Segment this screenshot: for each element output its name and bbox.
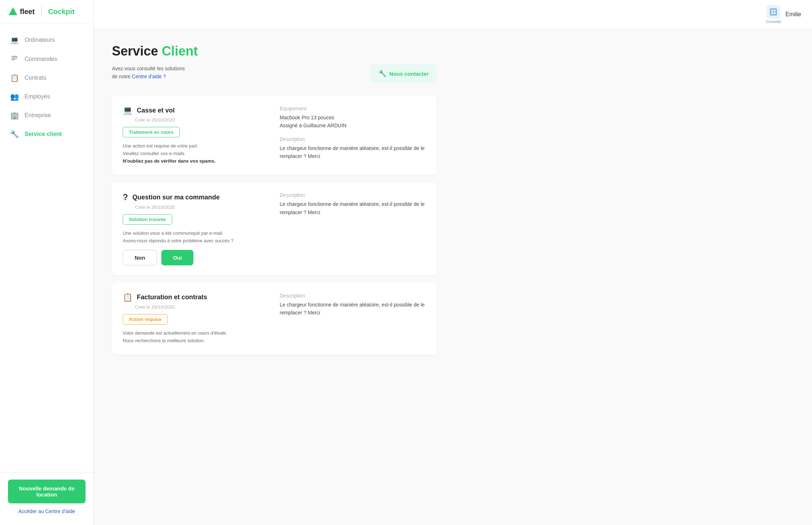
new-request-button[interactable]: Nouvelle demande de location — [8, 480, 86, 503]
card-date: Créé le 26/10/2020 — [123, 117, 269, 123]
convello-icon — [768, 7, 778, 17]
sidebar-item-service-client[interactable]: 🔧 Service client — [0, 125, 93, 144]
card-left-facturation: 📋 Facturation et contrats Créé le 26/10/… — [123, 293, 269, 345]
card-right-question: Description Le chargeur fonctionne de ma… — [280, 192, 426, 265]
laptop-icon: 💻 — [10, 36, 19, 44]
fleet-text: fleet — [20, 8, 35, 16]
facturation-icon: 📋 — [123, 293, 132, 302]
cockpit-text: Cockpit — [48, 8, 74, 16]
page-title-green: Client — [162, 44, 198, 58]
contact-button[interactable]: 🔧 Nous contacter — [371, 65, 437, 83]
description-label: Description — [280, 192, 426, 198]
sidebar-item-label: Contrats — [25, 75, 46, 81]
subtitle-line1: Avez-vous consulté les solutions — [112, 66, 185, 71]
message-line2: Veuillez consulter vos e-mails. — [123, 151, 185, 156]
equipment-name: Macbook Pro 13 pouces — [280, 115, 334, 120]
sidebar-item-employes[interactable]: 👥 Employés — [0, 87, 93, 106]
subtitle-area: Avez-vous consulté les solutions de notr… — [112, 65, 437, 83]
svg-rect-6 — [774, 10, 776, 12]
response-buttons: Non Oui — [123, 250, 269, 265]
sidebar-item-ordinateurs[interactable]: 💻 Ordinateurs — [0, 31, 93, 49]
user-name: Emilie — [785, 11, 801, 18]
sidebar-item-contrats[interactable]: 📋 Contrats — [0, 69, 93, 87]
status-badge-traitement: Traitement en cours — [123, 127, 180, 137]
avatar-label: Convello — [766, 19, 781, 24]
equipment-assignee: Assigné à Guillaume ARDUIN — [280, 123, 346, 128]
commandes-svg — [11, 54, 18, 62]
ticket-card-facturation: 📋 Facturation et contrats Créé le 26/10/… — [112, 283, 437, 355]
svg-marker-0 — [9, 7, 17, 15]
subtitle-text: Avez-vous consulté les solutions de notr… — [112, 65, 185, 81]
card-left-question: ? Question sur ma commande Créé le 26/10… — [123, 192, 269, 265]
description-label: Description — [280, 293, 426, 299]
page-title-black: Service — [112, 44, 158, 58]
non-button[interactable]: Non — [123, 250, 157, 265]
sidebar-nav: 💻 Ordinateurs Commandes 📋 Contrats 👥 Emp… — [0, 23, 93, 472]
message-line1: Votre demande est actuellement en cours … — [123, 330, 227, 336]
card-date: Créé le 26/10/2020 — [123, 204, 269, 210]
svg-rect-5 — [771, 10, 773, 12]
card-header: 💻 Casse et vol — [123, 106, 269, 115]
message-line1: Une action est requise de votre part. — [123, 143, 198, 149]
user-avatar-box: Convello — [766, 5, 781, 24]
fleet-logo: fleet — [8, 6, 35, 17]
card-message: Une solution vous a été communiqué par e… — [123, 230, 269, 245]
sidebar-item-label: Commandes — [25, 56, 57, 62]
sidebar-item-label: Entreprise — [25, 112, 51, 119]
equipment-label: Equipement — [280, 106, 426, 111]
logo-area: fleet Cockpit — [0, 0, 93, 23]
svg-rect-1 — [12, 56, 17, 57]
entreprise-icon: 🏢 — [10, 111, 19, 120]
laptop-ticket-icon: 💻 — [123, 106, 132, 115]
description-value: Le chargeur fonctionne de manière aléato… — [280, 200, 426, 216]
sidebar-item-label: Employés — [25, 93, 50, 100]
page-content: Service Client Avez-vous consulté les so… — [94, 29, 455, 376]
topbar: Convello Emilie — [94, 0, 812, 29]
sidebar-item-entreprise[interactable]: 🏢 Entreprise — [0, 106, 93, 125]
help-center-inline-link[interactable]: Centre d'aide ? — [132, 74, 166, 79]
card-right-facturation: Description Le chargeur fonctionne de ma… — [280, 293, 426, 345]
message-bold: N'oubliez pas de vérifier dans vos spams… — [123, 158, 215, 164]
commandes-icon — [10, 54, 19, 63]
oui-button[interactable]: Oui — [161, 250, 193, 265]
card-header: 📋 Facturation et contrats — [123, 293, 269, 302]
logo-divider — [41, 6, 42, 17]
svg-rect-8 — [774, 12, 776, 14]
svg-rect-7 — [771, 12, 773, 14]
message-line2: Avons-nous répondu à votre problème avec… — [123, 238, 233, 243]
card-title: Facturation et contrats — [137, 294, 207, 301]
sidebar: fleet Cockpit 💻 Ordinateurs Commandes 📋 … — [0, 0, 94, 525]
sidebar-item-label: Service client — [25, 131, 62, 137]
svg-rect-2 — [12, 58, 17, 59]
ticket-card-casse-vol: 💻 Casse et vol Créé le 26/10/2020 Traite… — [112, 96, 437, 175]
ticket-card-question-commande: ? Question sur ma commande Créé le 26/10… — [112, 182, 437, 275]
wrench-icon: 🔧 — [379, 70, 387, 78]
message-line2: Nous recherchons la meilleure solution. — [123, 338, 205, 343]
description-value: Le chargeur fonctionne de manière aléato… — [280, 144, 426, 160]
service-client-icon: 🔧 — [10, 130, 19, 138]
fleet-logo-icon — [8, 6, 18, 17]
question-icon: ? — [123, 192, 128, 202]
help-center-link[interactable]: Accéder au Centre d'aide — [8, 508, 86, 514]
card-message: Votre demande est actuellement en cours … — [123, 330, 269, 345]
avatar — [767, 5, 780, 19]
sidebar-item-label: Ordinateurs — [25, 37, 55, 43]
page-title: Service Client — [112, 44, 437, 59]
equipment-value: Macbook Pro 13 pouces Assigné à Guillaum… — [280, 114, 426, 130]
contact-button-label: Nous contacter — [389, 71, 429, 77]
employes-icon: 👥 — [10, 92, 19, 101]
card-title: Question sur ma commande — [132, 194, 220, 201]
description-value: Le chargeur fonctionne de manière aléato… — [280, 301, 426, 317]
contrats-icon: 📋 — [10, 74, 19, 82]
sidebar-item-commandes[interactable]: Commandes — [0, 49, 93, 69]
card-message: Une action est requise de votre part. Ve… — [123, 142, 269, 165]
card-right-casse-vol: Equipement Macbook Pro 13 pouces Assigné… — [280, 106, 426, 165]
status-badge-solution: Solution trouvée — [123, 214, 172, 225]
card-left-casse-vol: 💻 Casse et vol Créé le 26/10/2020 Traite… — [123, 106, 269, 165]
subtitle-line2: de notre — [112, 74, 130, 79]
main-content: Convello Emilie Service Client Avez-vous… — [94, 0, 812, 525]
message-line1: Une solution vous a été communiqué par e… — [123, 230, 223, 236]
sidebar-bottom: Nouvelle demande de location Accéder au … — [0, 472, 93, 525]
status-badge-action: Action requise — [123, 314, 167, 325]
description-label: Description — [280, 136, 426, 142]
